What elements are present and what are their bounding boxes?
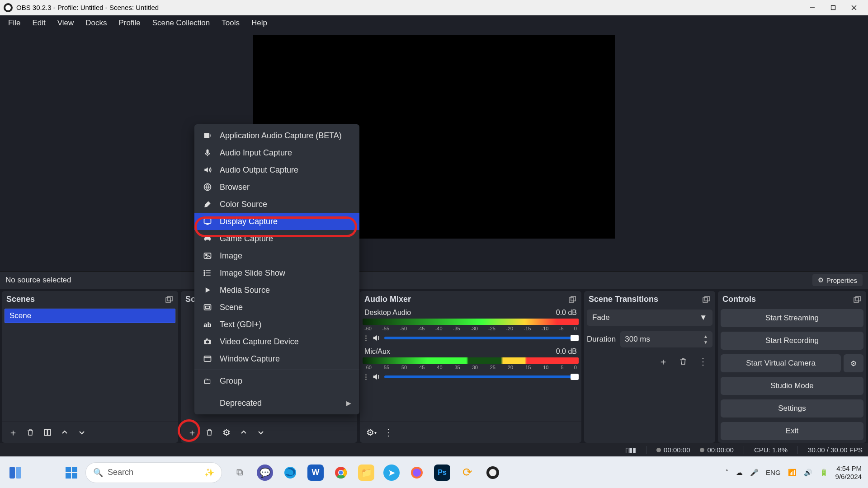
firefox-icon[interactable] bbox=[409, 465, 425, 481]
source-properties-button[interactable]: ⚙ bbox=[219, 425, 234, 440]
scene-list-item[interactable]: Scene bbox=[5, 309, 175, 323]
volume-slider[interactable] bbox=[384, 337, 579, 339]
source-up-button[interactable] bbox=[236, 425, 251, 440]
battery-icon[interactable]: 🔋 bbox=[820, 469, 828, 477]
remove-transition-button[interactable] bbox=[675, 354, 691, 369]
volume-icon[interactable]: 🔊 bbox=[804, 469, 812, 477]
menubar: File Edit View Docks Profile Scene Colle… bbox=[0, 15, 868, 31]
explorer-icon[interactable]: 📁 bbox=[358, 465, 374, 481]
svg-rect-21 bbox=[72, 473, 77, 479]
svg-rect-1 bbox=[831, 5, 835, 9]
telegram-icon[interactable]: ➤ bbox=[383, 465, 400, 481]
context-item-display[interactable]: Display Capture bbox=[194, 213, 359, 230]
mixer-menu-button[interactable]: ⋮ bbox=[381, 425, 396, 440]
menu-view[interactable]: View bbox=[52, 17, 80, 29]
popout-icon[interactable] bbox=[853, 295, 862, 304]
scene-filter-button[interactable] bbox=[40, 425, 55, 440]
svg-point-29 bbox=[413, 469, 421, 477]
context-item-list[interactable]: Image Slide Show bbox=[194, 264, 359, 282]
obs-taskbar-icon[interactable] bbox=[485, 465, 501, 481]
taskbar-clock[interactable]: 4:54 PM 9/6/2024 bbox=[835, 465, 862, 481]
scene-up-button[interactable] bbox=[57, 425, 72, 440]
settings-button[interactable]: Settings bbox=[721, 399, 863, 418]
transition-select[interactable]: Fade ▼ bbox=[587, 310, 712, 326]
context-item-speaker[interactable]: Audio Output Capture bbox=[194, 161, 359, 178]
audio-mixer-panel: Audio Mixer Desktop Audio0.0 dB -60-55-5… bbox=[360, 291, 581, 443]
context-item-text[interactable]: abText (GDI+) bbox=[194, 316, 359, 333]
menu-docks[interactable]: Docks bbox=[80, 17, 112, 29]
menu-profile[interactable]: Profile bbox=[113, 17, 146, 29]
context-item-camera[interactable]: Video Capture Device bbox=[194, 333, 359, 350]
source-down-button[interactable] bbox=[253, 425, 269, 440]
start-virtual-camera-button[interactable]: Start Virtual Camera bbox=[721, 354, 841, 372]
context-item-app-audio[interactable]: Application Audio Capture (BETA) bbox=[194, 127, 359, 144]
menu-file[interactable]: File bbox=[3, 17, 26, 29]
virtual-camera-settings-button[interactable]: ⚙ bbox=[844, 354, 863, 372]
task-view-icon[interactable]: ⧉ bbox=[231, 465, 248, 481]
context-item-brush[interactable]: Color Source bbox=[194, 196, 359, 213]
add-transition-button[interactable]: ＋ bbox=[656, 354, 671, 369]
image-icon bbox=[203, 251, 212, 261]
photoshop-icon[interactable]: Ps bbox=[434, 465, 450, 481]
window-minimize-button[interactable] bbox=[802, 0, 823, 15]
popout-icon[interactable] bbox=[702, 295, 711, 304]
context-item-gamepad[interactable]: Game Capture bbox=[194, 230, 359, 247]
wifi-icon[interactable]: 📶 bbox=[788, 469, 797, 477]
context-label: Application Audio Capture (BETA) bbox=[220, 131, 342, 141]
menu-edit[interactable]: Edit bbox=[27, 17, 51, 29]
context-item-window[interactable]: Window Capture bbox=[194, 350, 359, 367]
context-item-deprecated[interactable]: Deprecated ▶ bbox=[194, 394, 359, 412]
app-icon[interactable]: ⟳ bbox=[459, 465, 476, 481]
studio-mode-button[interactable]: Studio Mode bbox=[721, 377, 863, 395]
context-item-group[interactable]: 🗀 Group bbox=[194, 372, 359, 389]
tray-chevron-icon[interactable]: ˄ bbox=[725, 469, 729, 477]
transition-value: Fade bbox=[592, 313, 610, 322]
add-scene-button[interactable]: ＋ bbox=[5, 425, 21, 440]
menu-help[interactable]: Help bbox=[246, 17, 273, 29]
drag-handle-icon[interactable] bbox=[363, 374, 369, 380]
transition-menu-button[interactable]: ⋮ bbox=[695, 354, 711, 369]
edge-icon[interactable] bbox=[282, 465, 298, 481]
teams-icon[interactable]: 💬 bbox=[257, 465, 273, 481]
word-icon[interactable]: W bbox=[307, 465, 324, 481]
exit-button[interactable]: Exit bbox=[721, 422, 863, 440]
folder-icon: 🗀 bbox=[203, 376, 212, 386]
fps-counter: 30.00 / 30.00 FPS bbox=[808, 446, 863, 454]
start-streaming-button[interactable]: Start Streaming bbox=[721, 309, 863, 327]
speaker-icon[interactable] bbox=[372, 372, 382, 382]
window-maximize-button[interactable] bbox=[823, 0, 844, 15]
drag-handle-icon[interactable] bbox=[363, 335, 369, 341]
chrome-icon[interactable] bbox=[333, 465, 349, 481]
menu-scene-collection[interactable]: Scene Collection bbox=[147, 17, 216, 29]
duration-input[interactable]: 300 ms ▲▼ bbox=[620, 331, 712, 347]
context-item-globe[interactable]: Browser bbox=[194, 178, 359, 196]
start-button[interactable] bbox=[62, 464, 80, 482]
add-source-button[interactable]: ＋ bbox=[184, 425, 200, 440]
display-icon bbox=[203, 216, 212, 226]
popout-icon[interactable] bbox=[165, 295, 174, 304]
context-label: Video Capture Device bbox=[220, 337, 299, 347]
taskbar-search[interactable]: 🔍 Search ✨ bbox=[86, 463, 222, 483]
mixer-settings-button[interactable]: ⚙▾ bbox=[363, 425, 379, 440]
remove-scene-button[interactable] bbox=[23, 425, 38, 440]
chevron-down-icon: ▼ bbox=[699, 313, 707, 322]
widgets-button[interactable] bbox=[6, 464, 24, 482]
remove-source-button[interactable] bbox=[202, 425, 217, 440]
properties-button[interactable]: ⚙ Properties bbox=[812, 274, 863, 286]
onedrive-icon[interactable]: ☁ bbox=[736, 469, 743, 477]
window-close-button[interactable] bbox=[844, 0, 864, 15]
popout-icon[interactable] bbox=[568, 295, 577, 304]
volume-slider[interactable] bbox=[384, 375, 579, 378]
context-item-mic[interactable]: Audio Input Capture bbox=[194, 144, 359, 161]
context-item-play[interactable]: Media Source bbox=[194, 282, 359, 299]
scene-down-button[interactable] bbox=[74, 425, 90, 440]
start-recording-button[interactable]: Start Recording bbox=[721, 332, 863, 350]
microphone-icon[interactable]: 🎤 bbox=[750, 469, 759, 477]
menu-tools[interactable]: Tools bbox=[216, 17, 245, 29]
language-indicator[interactable]: ENG bbox=[766, 469, 781, 476]
context-label: Color Source bbox=[220, 200, 267, 209]
speaker-icon[interactable] bbox=[372, 333, 382, 343]
context-item-image[interactable]: Image bbox=[194, 247, 359, 264]
context-item-scene[interactable]: Scene bbox=[194, 299, 359, 316]
spinner-icon[interactable]: ▲▼ bbox=[703, 334, 708, 345]
